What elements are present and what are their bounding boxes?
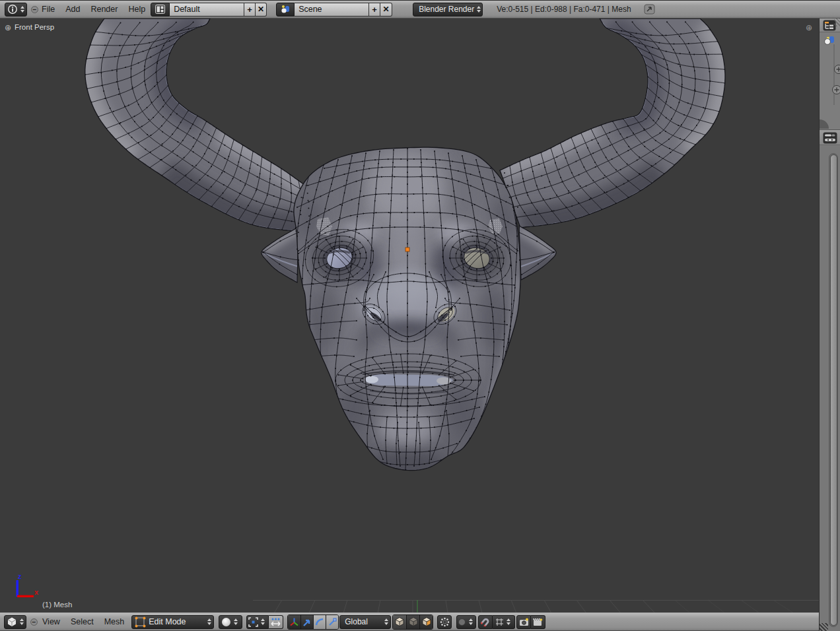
svg-text:z: z — [18, 572, 22, 580]
svg-text:(1) Mesh: (1) Mesh — [42, 601, 72, 609]
svg-text:x: x — [34, 588, 39, 596]
svg-text:Front Persp: Front Persp — [15, 23, 54, 31]
svg-text:⊕: ⊕ — [806, 23, 812, 32]
svg-text:⊕: ⊕ — [5, 23, 11, 32]
